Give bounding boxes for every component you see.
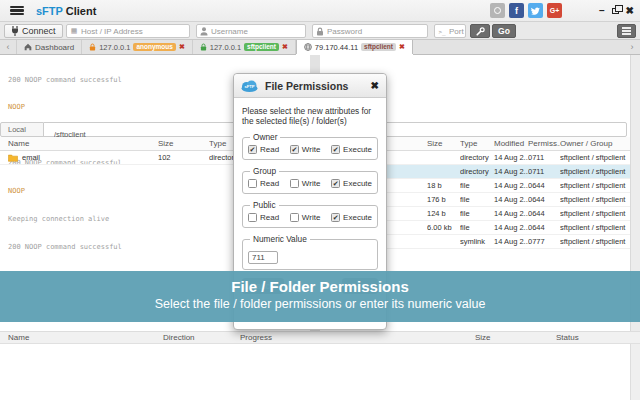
toggle-panel-button[interactable] bbox=[617, 24, 636, 38]
dialog-close-icon[interactable]: ✖ bbox=[371, 80, 379, 91]
file-permissions: 0644 bbox=[528, 223, 560, 232]
port-input[interactable] bbox=[449, 25, 465, 37]
column-modified[interactable]: Modified bbox=[494, 139, 528, 148]
banner-subtitle: Select the file / folder permissions or … bbox=[0, 297, 640, 311]
go-button[interactable]: Go bbox=[492, 24, 516, 38]
tab-close-icon[interactable]: ✖ bbox=[399, 43, 405, 51]
column-name[interactable]: Name bbox=[8, 333, 163, 342]
group-read-checkbox[interactable]: Read bbox=[248, 179, 279, 188]
file-modified: 14 Aug 2... bbox=[494, 209, 528, 218]
file-modified: 14 Aug 2... bbox=[494, 181, 528, 190]
checkbox-label: Execute bbox=[343, 179, 372, 188]
tab-label: 127.0.0.1 bbox=[99, 43, 130, 52]
tab-dashboard[interactable]: Dashboard bbox=[16, 40, 82, 54]
username-input[interactable] bbox=[211, 25, 305, 37]
file-modified: 14 Aug 2... bbox=[494, 237, 528, 246]
checkbox-icon[interactable] bbox=[331, 145, 340, 154]
file-permissions: 0711 bbox=[528, 167, 560, 176]
tab-session-sftpclient[interactable]: 127.0.0.1 sftpclient ✖ bbox=[193, 40, 296, 54]
tab-session-anonymous[interactable]: 127.0.0.1 anonymous ✖ bbox=[82, 40, 193, 54]
group-write-checkbox[interactable]: Write bbox=[290, 179, 321, 188]
column-type[interactable]: Type bbox=[460, 139, 494, 148]
app-title-suffix: Client bbox=[66, 5, 97, 17]
file-type: file bbox=[460, 181, 494, 190]
settings-button[interactable] bbox=[470, 24, 490, 38]
sftp-cloud-logo: sFTP bbox=[241, 80, 258, 92]
auth-badge: anonymous bbox=[133, 43, 175, 52]
file-modified: 14 Aug 2... bbox=[494, 153, 528, 162]
column-name[interactable]: Name bbox=[8, 139, 158, 148]
public-write-checkbox[interactable]: Write bbox=[290, 213, 321, 222]
home-icon bbox=[24, 43, 32, 51]
file-owner-group: sftpclient / sftpclient bbox=[560, 237, 630, 246]
help-banner: File / Folder Permissions Select the fil… bbox=[0, 271, 640, 322]
host-input[interactable] bbox=[81, 25, 189, 37]
tab-close-icon[interactable]: ✖ bbox=[282, 43, 288, 51]
connect-button[interactable]: Connect bbox=[4, 24, 63, 38]
numeric-value-group: Numeric Value bbox=[242, 234, 378, 270]
column-size[interactable]: Size bbox=[158, 139, 209, 148]
file-owner-group: sftpclient / sftpclient bbox=[560, 153, 630, 162]
dialog-header[interactable]: sFTP File Permissions ✖ bbox=[234, 74, 386, 98]
owner-write-checkbox[interactable]: Write bbox=[290, 145, 321, 154]
column-owner-group[interactable]: Owner / Group bbox=[560, 139, 630, 148]
checkbox-icon[interactable] bbox=[331, 179, 340, 188]
checkbox-label: Read bbox=[260, 213, 279, 222]
file-size: 124 b bbox=[427, 209, 460, 218]
checkbox-icon[interactable] bbox=[248, 179, 257, 188]
column-size[interactable]: Size bbox=[475, 333, 556, 342]
column-direction[interactable]: Direction bbox=[163, 333, 240, 342]
checkbox-icon[interactable] bbox=[290, 179, 299, 188]
password-field-wrap bbox=[312, 24, 428, 38]
svg-text:sFTP: sFTP bbox=[244, 84, 254, 89]
checkbox-icon[interactable] bbox=[248, 213, 257, 222]
column-permissions[interactable]: Permiss... bbox=[528, 139, 560, 148]
chevron-left-icon[interactable]: ‹ bbox=[0, 40, 16, 54]
file-permissions: 0644 bbox=[528, 195, 560, 204]
chevron-right-icon[interactable]: › bbox=[624, 40, 640, 54]
app-title: sFTP Client bbox=[36, 5, 96, 17]
host-field-wrap: ▦ bbox=[66, 24, 190, 38]
checkbox-label: Execute bbox=[343, 213, 372, 222]
file-owner-group: sftpclient / sftpclient bbox=[560, 195, 630, 204]
instagram-icon[interactable] bbox=[490, 3, 505, 18]
tab-close-icon[interactable]: ✖ bbox=[179, 43, 185, 51]
twitter-icon[interactable] bbox=[528, 3, 543, 18]
connection-toolbar: Connect ▦ >_ Go bbox=[0, 22, 640, 40]
group-execute-checkbox[interactable]: Execute bbox=[331, 179, 372, 188]
wrench-icon bbox=[476, 27, 485, 36]
column-status[interactable]: Status bbox=[556, 333, 640, 342]
transfer-table-header: Name Direction Progress Size Status bbox=[0, 331, 640, 344]
file-size: 18 b bbox=[427, 181, 460, 190]
numeric-value-input[interactable] bbox=[248, 251, 278, 264]
file-owner-group: sftpclient / sftpclient bbox=[560, 181, 630, 190]
globe-icon bbox=[304, 43, 312, 51]
owner-legend: Owner bbox=[250, 132, 280, 142]
numeric-value-legend: Numeric Value bbox=[250, 234, 310, 244]
owner-execute-checkbox[interactable]: Execute bbox=[331, 145, 372, 154]
checkbox-icon[interactable] bbox=[290, 213, 299, 222]
public-execute-checkbox[interactable]: Execute bbox=[331, 213, 372, 222]
google-plus-icon[interactable]: G+ bbox=[547, 3, 562, 18]
file-modified: 14 Aug 2... bbox=[494, 223, 528, 232]
close-button[interactable]: ✖ bbox=[626, 6, 634, 16]
column-progress[interactable]: Progress bbox=[240, 333, 475, 342]
tab-session-remote-active[interactable]: 79.170.44.11 sftpclient ✖ bbox=[296, 40, 413, 54]
menu-icon[interactable] bbox=[10, 6, 24, 16]
username-field-wrap bbox=[196, 24, 306, 38]
file-modified: 14 Aug 2... bbox=[494, 195, 528, 204]
public-read-checkbox[interactable]: Read bbox=[248, 213, 279, 222]
facebook-icon[interactable]: f bbox=[509, 3, 524, 18]
checkbox-icon[interactable] bbox=[248, 145, 257, 154]
checkbox-icon[interactable] bbox=[331, 213, 340, 222]
auth-badge: sftpclient bbox=[244, 43, 279, 52]
owner-read-checkbox[interactable]: Read bbox=[248, 145, 279, 154]
file-type: directory bbox=[460, 167, 494, 176]
checkbox-icon[interactable] bbox=[290, 145, 299, 154]
password-input[interactable] bbox=[327, 25, 427, 37]
grid-icon: ▦ bbox=[67, 27, 81, 35]
minimize-button[interactable]: – bbox=[599, 6, 605, 16]
restore-button[interactable] bbox=[612, 8, 619, 14]
column-size[interactable]: Size bbox=[427, 139, 460, 148]
file-size: 176 b bbox=[427, 195, 460, 204]
